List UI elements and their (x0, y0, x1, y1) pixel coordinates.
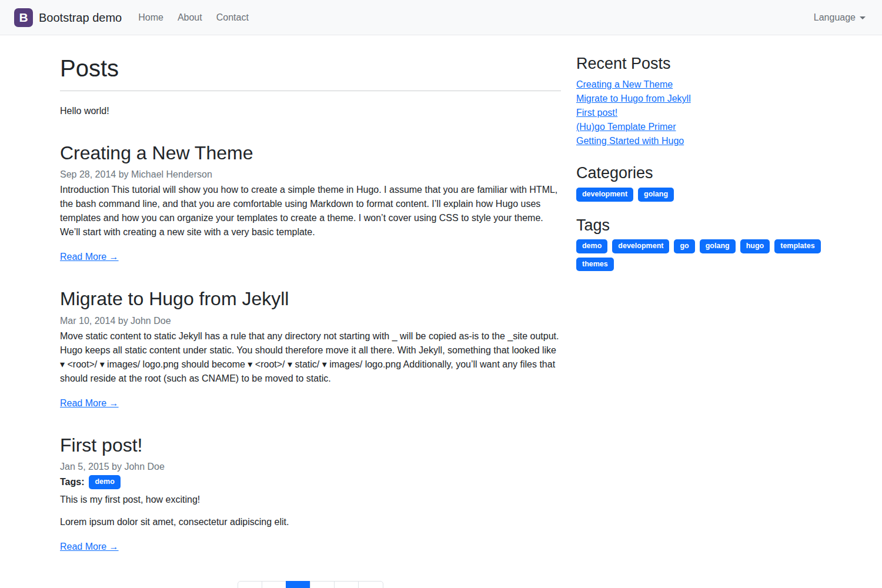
post-article: Migrate to Hugo from Jekyll Mar 10, 2014… (60, 288, 561, 410)
recent-post-item: Creating a New Theme (576, 78, 822, 92)
page-title: Posts (60, 54, 561, 82)
recent-post-item: First post! (576, 106, 822, 120)
title-divider (60, 91, 561, 91)
recent-posts-title: Recent Posts (576, 54, 822, 73)
pagination-page-2[interactable]: 2 (310, 581, 335, 588)
post-title[interactable]: First post! (60, 434, 561, 456)
recent-post-link[interactable]: Migrate to Hugo from Jekyll (576, 93, 691, 103)
pagination-prev: « (262, 581, 286, 588)
tags-badges: demo development go golang hugo template… (576, 239, 822, 272)
read-more-link[interactable]: Read More → (60, 396, 119, 410)
post-tags-line: Tags: demo (60, 475, 561, 489)
pagination-last-link[interactable]: »» (358, 581, 383, 588)
tags-label: Tags: (60, 475, 84, 489)
recent-post-link[interactable]: (Hu)go Template Primer (576, 122, 676, 132)
recent-post-link[interactable]: Getting Started with Hugo (576, 136, 684, 146)
tag-badge[interactable]: go (674, 239, 694, 253)
category-badge[interactable]: golang (638, 188, 674, 202)
post-excerpt: Introduction This tutorial will show you… (60, 183, 561, 239)
post-meta: Mar 10, 2014 by John Doe (60, 314, 561, 328)
nav-item-about[interactable]: About (172, 6, 208, 29)
pagination-page-1-link[interactable]: 1 (286, 581, 310, 588)
language-dropdown[interactable]: Language (811, 6, 868, 29)
tag-badge[interactable]: hugo (740, 239, 770, 253)
tags-section: Tags demo development go golang hugo tem… (576, 216, 822, 272)
category-badge[interactable]: development (576, 188, 633, 202)
post-meta: Sep 28, 2014 by Michael Henderson (60, 168, 561, 182)
categories-title: Categories (576, 163, 822, 182)
recent-post-item: (Hu)go Template Primer (576, 120, 822, 134)
pagination-next[interactable]: » (335, 581, 359, 588)
nav-item-contact[interactable]: Contact (211, 6, 255, 29)
content-container: Posts Hello world! Creating a New Theme … (53, 35, 829, 588)
recent-post-link[interactable]: First post! (576, 108, 617, 118)
tag-badge-demo[interactable]: demo (89, 475, 120, 489)
navbar-links: Home About Contact (132, 6, 255, 29)
recent-post-item: Migrate to Hugo from Jekyll (576, 92, 822, 106)
tag-badge[interactable]: golang (700, 239, 736, 253)
intro-text: Hello world! (60, 104, 561, 118)
pagination-last[interactable]: »» (359, 581, 383, 588)
post-meta: Jan 5, 2015 by John Doe (60, 460, 561, 474)
post-excerpt: Move static content to static Jekyll has… (60, 329, 561, 386)
post-title[interactable]: Creating a New Theme (60, 142, 561, 164)
navbar: B Bootstrap demo Home About Contact Lang… (0, 0, 882, 35)
pagination: «« « 1 2 » »» (60, 581, 561, 588)
pagination-prev-link: « (262, 581, 286, 588)
recent-post-item: Getting Started with Hugo (576, 134, 822, 148)
bootstrap-logo-icon[interactable]: B (14, 8, 33, 27)
pagination-page-2-link[interactable]: 2 (310, 581, 335, 588)
read-more-link[interactable]: Read More → (60, 250, 119, 264)
language-dropdown-label: Language (814, 11, 856, 25)
post-paragraph: Lorem ipsum dolor sit amet, consectetur … (60, 515, 561, 529)
sidebar: Recent Posts Creating a New Theme Migrat… (568, 54, 822, 271)
tag-badge[interactable]: templates (774, 239, 820, 253)
post-paragraph: This is my first post, how exciting! (60, 493, 561, 507)
post-article: First post! Jan 5, 2015 by John Doe Tags… (60, 434, 561, 554)
categories-badges: development golang (576, 188, 822, 202)
nav-item-home[interactable]: Home (132, 6, 169, 29)
navbar-brand[interactable]: Bootstrap demo (39, 9, 122, 26)
categories-section: Categories development golang (576, 163, 822, 201)
recent-posts-section: Recent Posts Creating a New Theme Migrat… (576, 54, 822, 148)
tag-badge[interactable]: themes (576, 258, 614, 272)
posts-column: Posts Hello world! Creating a New Theme … (60, 54, 568, 588)
pagination-first-link[interactable]: «« (238, 581, 263, 588)
pagination-first[interactable]: «« (238, 581, 263, 588)
tags-title: Tags (576, 216, 822, 235)
read-more-link[interactable]: Read More → (60, 540, 119, 554)
pagination-page-1[interactable]: 1 (286, 581, 310, 588)
recent-post-link[interactable]: Creating a New Theme (576, 79, 673, 89)
post-article: Creating a New Theme Sep 28, 2014 by Mic… (60, 142, 561, 264)
pagination-next-link[interactable]: » (334, 581, 359, 588)
tag-badge[interactable]: development (612, 239, 669, 253)
post-title[interactable]: Migrate to Hugo from Jekyll (60, 288, 561, 310)
tag-badge[interactable]: demo (576, 239, 607, 253)
recent-posts-list: Creating a New Theme Migrate to Hugo fro… (576, 78, 822, 148)
caret-down-icon (860, 16, 866, 19)
